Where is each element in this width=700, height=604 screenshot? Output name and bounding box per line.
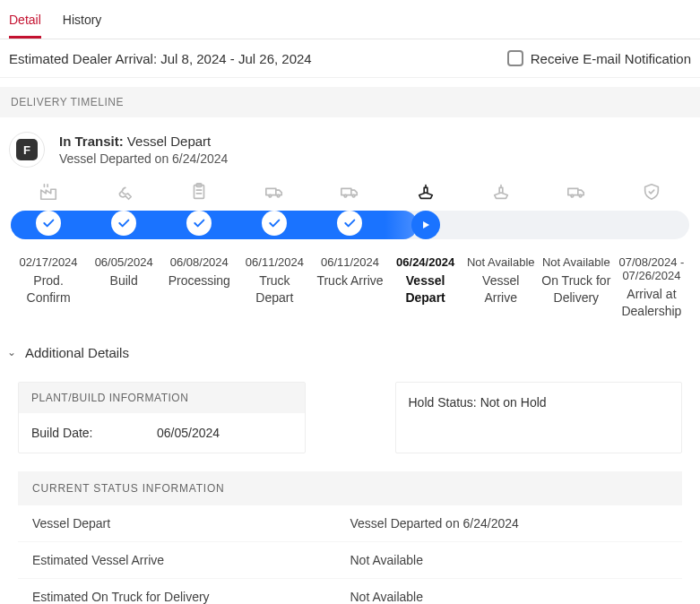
timeline-step-date: 06/24/2024 bbox=[390, 255, 462, 269]
plant-build-card: PLANT/BUILD INFORMATION Build Date: 06/0… bbox=[18, 382, 306, 453]
tabs: Detail History bbox=[0, 0, 700, 39]
timeline-step-date: 06/11/2024 bbox=[238, 255, 310, 269]
svg-point-6 bbox=[345, 194, 348, 197]
status-icon: F bbox=[9, 132, 45, 168]
play-icon bbox=[411, 211, 440, 239]
timeline-node bbox=[11, 211, 86, 239]
ship-icon bbox=[388, 182, 463, 202]
status-row-label: Vessel Depart bbox=[32, 516, 350, 531]
timeline-step: 06/08/2024Processing bbox=[161, 255, 237, 320]
timeline-step-date: Not Available bbox=[465, 255, 537, 269]
timeline-step-name: Prod. Confirm bbox=[13, 272, 84, 306]
timeline-step-name: Vessel Arrive bbox=[465, 272, 537, 306]
status-icon-letter: F bbox=[16, 139, 38, 160]
additional-details-toggle[interactable]: ⌄ Additional Details bbox=[0, 334, 700, 371]
timeline-step: 06/24/2024Vessel Depart bbox=[388, 255, 463, 320]
chevron-down-icon: ⌄ bbox=[7, 346, 16, 358]
timeline-step-date: Not Available bbox=[540, 255, 612, 269]
timeline-section-title: DELIVERY TIMELINE bbox=[0, 87, 700, 117]
svg-point-3 bbox=[269, 194, 272, 197]
timeline-node bbox=[614, 211, 689, 239]
status-row: Estimated Vessel ArriveNot Available bbox=[18, 542, 682, 579]
svg-point-10 bbox=[579, 194, 582, 197]
timeline-step: Not AvailableOn Truck for Delivery bbox=[539, 255, 614, 320]
timeline-step: 06/05/2024Build bbox=[86, 255, 161, 320]
svg-rect-5 bbox=[341, 188, 351, 194]
shield-icon bbox=[614, 182, 689, 202]
tab-history[interactable]: History bbox=[63, 7, 102, 39]
wrench-icon bbox=[86, 182, 161, 202]
header-row: Estimated Dealer Arrival: Jul 8, 2024 - … bbox=[0, 39, 700, 78]
status-row-value: Vessel Departed on 6/24/2024 bbox=[350, 516, 669, 531]
truck-icon bbox=[312, 182, 387, 202]
hold-status-text: Hold Status: Not on Hold bbox=[396, 383, 682, 422]
factory-icon bbox=[11, 182, 86, 202]
svg-point-4 bbox=[278, 194, 281, 197]
timeline-step-name: Arrival at Dealership bbox=[616, 286, 687, 320]
timeline-step: 06/11/2024Truck Depart bbox=[237, 255, 312, 320]
cards-row: PLANT/BUILD INFORMATION Build Date: 06/0… bbox=[0, 371, 700, 471]
status-text: In Transit: Vessel Depart Vessel Departe… bbox=[59, 134, 228, 166]
timeline-step-date: 07/08/2024 - 07/26/2024 bbox=[616, 255, 687, 282]
checkbox-icon bbox=[507, 50, 523, 66]
timeline-node bbox=[86, 211, 161, 239]
timeline-step-name: Build bbox=[88, 272, 160, 289]
svg-rect-2 bbox=[266, 188, 276, 194]
timeline-step-date: 06/08/2024 bbox=[163, 255, 235, 269]
clipboard-icon bbox=[161, 182, 237, 202]
status-prefix: In Transit: bbox=[59, 134, 124, 149]
status-row-label: Estimated Vessel Arrive bbox=[32, 553, 350, 567]
status-detail: Vessel Departed on 6/24/2024 bbox=[59, 151, 228, 166]
check-icon bbox=[111, 211, 136, 236]
notification-toggle[interactable]: Receive E-mail Notification bbox=[507, 50, 691, 66]
timeline-step-name: On Truck for Delivery bbox=[540, 272, 612, 306]
timeline-node bbox=[539, 211, 614, 239]
timeline-node bbox=[161, 211, 237, 239]
timeline-step-date: 02/17/2024 bbox=[13, 255, 84, 269]
status-stage: Vessel Depart bbox=[127, 134, 211, 149]
timeline-step: Not AvailableVessel Arrive bbox=[463, 255, 539, 320]
timeline-step-date: 06/05/2024 bbox=[88, 255, 160, 269]
check-icon bbox=[262, 211, 287, 236]
current-status-section: CURRENT STATUS INFORMATION Vessel Depart… bbox=[0, 471, 700, 604]
plant-build-title: PLANT/BUILD INFORMATION bbox=[19, 383, 305, 413]
truck-icon bbox=[539, 182, 614, 202]
build-date-value: 06/05/2024 bbox=[157, 426, 220, 440]
timeline-step: 02/17/2024Prod. Confirm bbox=[11, 255, 86, 320]
timeline-step-name: Truck Depart bbox=[238, 272, 310, 306]
timeline-step-name: Processing bbox=[163, 272, 235, 289]
truck-icon bbox=[237, 182, 312, 202]
timeline-step-name: Vessel Depart bbox=[390, 272, 462, 306]
build-date-label: Build Date: bbox=[31, 426, 121, 440]
svg-rect-8 bbox=[568, 188, 578, 194]
timeline-node bbox=[237, 211, 312, 239]
check-icon bbox=[36, 211, 61, 236]
status-row-value: Not Available bbox=[350, 553, 669, 567]
status-row: Vessel DepartVessel Departed on 6/24/202… bbox=[18, 505, 682, 542]
timeline-node bbox=[312, 211, 387, 239]
hold-status-card: Hold Status: Not on Hold bbox=[395, 382, 683, 453]
timeline-step: 06/11/2024Truck Arrive bbox=[312, 255, 387, 320]
status-row-value: Not Available bbox=[350, 590, 669, 604]
tab-detail[interactable]: Detail bbox=[9, 7, 41, 39]
check-icon bbox=[186, 211, 212, 236]
timeline-node bbox=[463, 211, 539, 239]
svg-point-9 bbox=[571, 194, 574, 197]
timeline: 02/17/2024Prod. Confirm06/05/2024Build06… bbox=[0, 175, 700, 334]
estimated-arrival: Estimated Dealer Arrival: Jul 8, 2024 - … bbox=[9, 51, 312, 66]
status-row: Estimated On Truck for DeliveryNot Avail… bbox=[18, 579, 682, 604]
svg-point-7 bbox=[353, 194, 356, 197]
timeline-step-date: 06/11/2024 bbox=[314, 255, 385, 269]
status-header: F In Transit: Vessel Depart Vessel Depar… bbox=[0, 117, 700, 175]
check-icon bbox=[337, 211, 362, 236]
status-row-label: Estimated On Truck for Delivery bbox=[32, 590, 350, 604]
timeline-step: 07/08/2024 - 07/26/2024Arrival at Dealer… bbox=[614, 255, 689, 320]
timeline-step-name: Truck Arrive bbox=[314, 272, 385, 289]
timeline-node bbox=[388, 211, 463, 239]
additional-details-label: Additional Details bbox=[25, 345, 129, 360]
notification-label: Receive E-mail Notification bbox=[531, 51, 691, 66]
current-status-title: CURRENT STATUS INFORMATION bbox=[18, 471, 682, 505]
ship-icon bbox=[463, 182, 539, 202]
